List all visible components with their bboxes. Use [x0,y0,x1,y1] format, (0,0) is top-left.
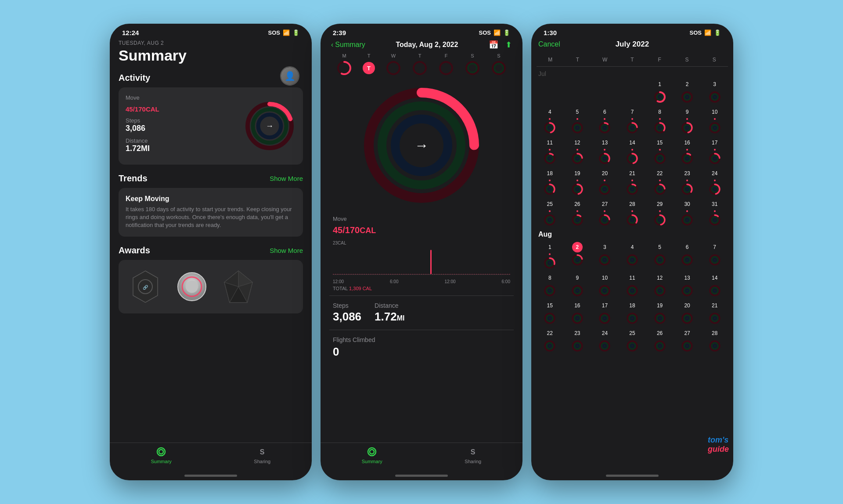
aug-day-23[interactable]: 23 [564,327,591,354]
july-day-26[interactable]: 26 [564,198,591,228]
aug-day-27[interactable]: 27 [674,327,701,354]
svg-point-97 [713,157,716,160]
july-day-15[interactable]: 15 [646,137,673,166]
svg-point-67 [686,126,689,130]
aug-day-4[interactable]: 4 [619,241,646,271]
aug-day-21[interactable]: 21 [701,299,728,326]
svg-text:S: S [471,448,476,456]
day-sat[interactable]: S [465,53,480,76]
aug-day-26[interactable]: 26 [646,327,673,354]
july-day-30[interactable]: 30 [674,198,701,228]
july-day-1[interactable]: 1 [646,78,673,105]
aug-day-10[interactable]: 10 [591,272,618,299]
july-day-16[interactable]: 16 [674,137,701,166]
date-label: TUESDAY, AUG 2 [119,40,303,46]
july-day-24[interactable]: 24 [701,167,728,197]
july-day-10[interactable]: 10 [701,106,728,136]
day-fri[interactable]: F [438,53,454,76]
svg-point-48 [548,126,551,130]
aug-day-17[interactable]: 17 [591,299,618,326]
calendar-icon[interactable]: 📅 [489,40,498,50]
july-day-20[interactable]: 20 [591,167,618,197]
july-day-29[interactable]: 29 [646,198,673,228]
ring-aug-11 [625,284,639,298]
aug-day-12[interactable]: 12 [646,272,673,299]
july-day-7[interactable]: 7 [619,106,646,136]
aug-day-9[interactable]: 9 [564,272,591,299]
july-day-27[interactable]: 27 [591,198,618,228]
svg-point-44 [713,96,716,99]
aug-day-14[interactable]: 14 [701,272,728,299]
chart-labels: 12:00 6:00 12:00 6:00 [333,278,510,285]
day-sun[interactable]: S [491,53,507,76]
day-mon[interactable]: M [336,53,352,76]
july-day-13[interactable]: 13 [591,137,618,166]
aug-day-13[interactable]: 13 [674,272,701,299]
july-day-8[interactable]: 8 [646,106,673,136]
aug-day-22[interactable]: 22 [537,327,563,354]
nav-bar: ‹ Summary Today, Aug 2, 2022 📅 ⬆ [329,40,514,53]
svg-point-215 [713,317,716,320]
svg-point-143 [658,219,661,222]
july-day-31[interactable]: 31 [701,198,728,228]
july-day-4[interactable]: 4 [537,106,563,136]
phone-calendar: 1:30 SOS 📶 🔋 Cancel July 2022 M T W T F … [531,24,733,480]
aug-day-11[interactable]: 11 [619,272,646,299]
share-icon[interactable]: ⬆ [505,40,512,50]
day-wed[interactable]: W [385,53,401,76]
trends-show-more[interactable]: Show More [270,175,303,182]
ring-aug-27 [680,339,694,353]
home-indicator-3 [606,475,659,477]
july-day-11[interactable]: 11 [537,137,563,166]
july-day-5[interactable]: 5 [564,106,591,136]
ring-aug-14 [708,284,722,298]
july-day-25[interactable]: 25 [537,198,563,228]
july-day-21[interactable]: 21 [619,167,646,197]
svg-point-194 [713,289,716,292]
aug-day-28[interactable]: 28 [701,327,728,354]
july-day-19[interactable]: 19 [564,167,591,197]
aug-day-18[interactable]: 18 [619,299,646,326]
tab-summary-2[interactable]: Summary [362,446,382,464]
day-tue[interactable]: T T [363,53,375,76]
awards-show-more[interactable]: Show More [270,247,303,254]
tab-sharing-2[interactable]: S Sharing [465,446,481,464]
july-day-17[interactable]: 17 [701,137,728,166]
july-day-2[interactable]: 2 [674,78,701,105]
aug-day-20[interactable]: 20 [674,299,701,326]
aug-day-24[interactable]: 24 [591,327,618,354]
july-day-18[interactable]: 18 [537,167,563,197]
time-3: 1:30 [544,29,557,36]
aug-day-5[interactable]: 5 [646,241,673,271]
svg-point-17 [159,450,163,454]
july-day-23[interactable]: 23 [674,167,701,197]
aug-day-3[interactable]: 3 [591,241,618,271]
ring-aug-8 [543,284,557,298]
aug-day-1[interactable]: 1 [537,241,563,271]
aug-day-8[interactable]: 8 [537,272,563,299]
aug-day-2[interactable]: 2 [564,241,591,271]
july-day-3[interactable]: 3 [701,78,728,105]
nav-action-icons: 📅 ⬆ [489,40,512,50]
activity-chart: 23CAL [333,240,510,275]
aug-day-6[interactable]: 6 [674,241,701,271]
day-thu[interactable]: T [412,53,428,76]
july-day-14[interactable]: 14 [619,137,646,166]
aug-day-7[interactable]: 7 [701,241,728,271]
tab-summary-1[interactable]: Summary [151,446,172,464]
july-day-6[interactable]: 6 [591,106,618,136]
aug-day-25[interactable]: 25 [619,327,646,354]
july-day-12[interactable]: 12 [564,137,591,166]
cal-cancel-button[interactable]: Cancel [538,40,560,48]
back-button[interactable]: ‹ Summary [331,41,365,49]
july-day-22[interactable]: 22 [646,167,673,197]
july-day-28[interactable]: 28 [619,198,646,228]
sos-label-2: SOS [479,29,491,36]
ring-jul-21 [625,182,639,196]
tab-sharing-1[interactable]: S Sharing [254,446,270,464]
aug-day-19[interactable]: 19 [646,299,673,326]
day-ring-sat [465,60,480,76]
aug-day-16[interactable]: 16 [564,299,591,326]
aug-day-15[interactable]: 15 [537,299,563,326]
july-day-9[interactable]: 9 [674,106,701,136]
